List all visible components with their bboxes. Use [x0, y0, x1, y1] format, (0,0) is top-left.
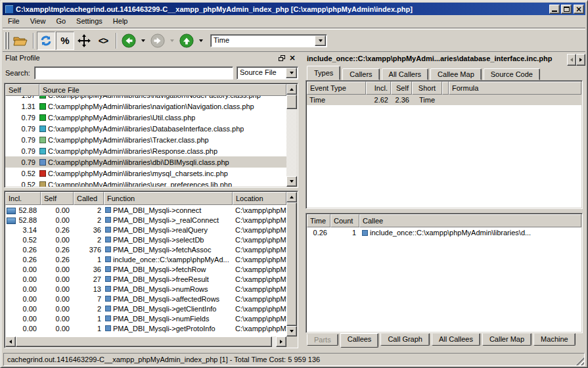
scroll-left-button[interactable]: [5, 336, 16, 347]
column-header-self[interactable]: Self: [41, 192, 74, 205]
file-row[interactable]: 0.79C:\xampp\phpMyAdmin\libraries\Respon…: [5, 145, 286, 156]
bottom-tab-all-callees[interactable]: All Callees: [432, 333, 480, 346]
file-row[interactable]: 0.79C:\xampp\phpMyAdmin\libraries\Databa…: [5, 123, 286, 134]
event-type-combobox[interactable]: Time: [210, 34, 327, 47]
bottom-tab-machine[interactable]: Machine: [533, 333, 576, 346]
open-file-button[interactable]: [11, 32, 30, 50]
function-row[interactable]: 0.000.0027PMA_DBI_Mysqli->freeResultC:\x…: [5, 274, 286, 284]
event-type-row[interactable]: Time2.622.36Time: [307, 95, 581, 105]
bottom-tab-caller-map[interactable]: Caller Map: [482, 333, 531, 346]
menu-item-file[interactable]: File: [3, 15, 25, 28]
column-header-callee[interactable]: Callee: [359, 214, 581, 227]
column-header-self[interactable]: Self: [391, 81, 412, 95]
column-header-source-file[interactable]: Source File: [39, 84, 286, 96]
tab-all-callers[interactable]: All Callers: [382, 68, 429, 80]
function-icon: [105, 207, 111, 213]
scroll-down-button[interactable]: [286, 176, 297, 187]
tab-scroll-right-button[interactable]: [576, 54, 585, 66]
callee-row[interactable]: 0.261include_once::C:\xampp\phpMyAdmin\l…: [307, 227, 581, 238]
column-header-spacer[interactable]: [442, 81, 449, 95]
column-header-location[interactable]: Location: [233, 192, 286, 205]
scroll-down-button[interactable]: [286, 326, 297, 336]
function-row[interactable]: 0.000.007PMA_DBI_Mysqli->affectedRowsC:\…: [5, 294, 286, 304]
column-header-self[interactable]: Self: [5, 84, 39, 96]
scroll-up-button[interactable]: [286, 192, 297, 202]
close-button[interactable]: ×: [574, 5, 584, 14]
scrollbar-thumb[interactable]: [286, 202, 297, 326]
reload-button[interactable]: [37, 32, 55, 50]
self-cost-cell: 0.00: [41, 285, 74, 293]
function-row[interactable]: 52.880.002PMA_DBI_Mysqli->connectC:\xamp…: [5, 205, 286, 215]
function-row[interactable]: 0.000.002PMA_DBI_Mysqli->getClientInfoC:…: [5, 304, 286, 313]
file-row[interactable]: 0.79C:\xampp\phpMyAdmin\libraries\Util.c…: [5, 112, 286, 123]
location-cell: C:\xampp\phpMy: [233, 216, 286, 224]
up-dropdown-button[interactable]: [196, 32, 205, 50]
title-bar[interactable]: C:\xampp\tmp\cachegrind.out.1416463299-C…: [3, 3, 585, 15]
tab-callee-map[interactable]: Callee Map: [430, 68, 482, 80]
column-header-count[interactable]: Count: [330, 214, 359, 227]
forward-dropdown-button[interactable]: [168, 32, 176, 50]
back-button[interactable]: [120, 32, 138, 50]
column-header-called[interactable]: Called: [74, 192, 104, 205]
toolbar-handle[interactable]: [5, 32, 9, 49]
tab-callers[interactable]: Callers: [342, 68, 379, 80]
file-row[interactable]: 1.37C:\xampp\phpMyAdmin\libraries\naviga…: [5, 96, 286, 101]
combo-dropdown-button[interactable]: [315, 35, 326, 46]
function-row[interactable]: 0.000.0013PMA_DBI_Mysqli->numRowsC:\xamp…: [5, 284, 286, 294]
column-header-short[interactable]: Short: [412, 81, 442, 95]
column-header-function[interactable]: Function: [104, 192, 233, 205]
column-header-time[interactable]: Time: [307, 214, 330, 227]
horizontal-scrollbar[interactable]: [5, 336, 286, 347]
function-row[interactable]: 0.000.001PMA_DBI_Mysqli->getProtoInfoC:\…: [5, 323, 286, 333]
file-row[interactable]: 1.31C:\xampp\phpMyAdmin\libraries\naviga…: [5, 101, 286, 112]
up-button[interactable]: [177, 32, 196, 50]
menu-item-settings[interactable]: Settings: [71, 15, 108, 28]
function-row[interactable]: 0.260.261include_once::C:\xampp\phpMyAd.…: [5, 254, 286, 264]
dock-close-button[interactable]: ×: [288, 54, 297, 62]
group-by-combobox[interactable]: Source File: [237, 66, 298, 80]
file-row[interactable]: 0.79C:\xampp\phpMyAdmin\libraries\dbi\DB…: [5, 156, 286, 168]
triangle-left-icon: [9, 340, 12, 344]
function-row[interactable]: 0.260.26376PMA_DBI_Mysqli->fetchAssocC:\…: [5, 244, 286, 254]
vertical-splitter[interactable]: [300, 53, 304, 351]
file-row[interactable]: 0.52C:\xampp\phpMyAdmin\libraries\user_p…: [5, 179, 286, 187]
function-row[interactable]: 52.880.002PMA_DBI_Mysqli->_realConnectC:…: [5, 215, 286, 225]
function-row[interactable]: 0.000.0036PMA_DBI_Mysqli->fetchRowC:\xam…: [5, 264, 286, 274]
column-header-formula[interactable]: Formula: [449, 81, 581, 95]
column-header-event-type[interactable]: Event Type: [307, 81, 366, 95]
combo-dropdown-button[interactable]: [286, 68, 297, 78]
tab-types[interactable]: Types: [307, 66, 340, 80]
tab-scroll-left-button[interactable]: [567, 54, 576, 66]
bottom-tab-call-graph[interactable]: Call Graph: [380, 333, 430, 346]
forward-button[interactable]: [148, 32, 167, 50]
column-header-incl[interactable]: Incl.: [366, 81, 391, 95]
cycle-detection-button[interactable]: [75, 32, 93, 50]
function-row[interactable]: 0.000.001PMA_DBI_Mysqli->numFieldsC:\xam…: [5, 313, 286, 323]
dock-float-button[interactable]: [277, 54, 286, 62]
back-dropdown-button[interactable]: [139, 32, 147, 50]
dock-header[interactable]: Flat Profile ×: [3, 53, 300, 63]
scroll-right-button[interactable]: [276, 336, 286, 347]
menu-item-help[interactable]: Help: [108, 15, 133, 28]
scroll-up-button[interactable]: [286, 84, 297, 95]
minimize-button[interactable]: [549, 5, 560, 14]
scrollbar-thumb[interactable]: [286, 95, 297, 109]
scrollbar-thumb[interactable]: [16, 336, 272, 347]
column-header-incl[interactable]: Incl.: [5, 192, 41, 205]
self-cost-cell: 0.00: [41, 305, 74, 313]
tab-source-code[interactable]: Source Code: [484, 68, 540, 80]
menu-item-go[interactable]: Go: [51, 15, 71, 28]
function-row[interactable]: 3.140.2636PMA_DBI_Mysqli->realQueryC:\xa…: [5, 225, 286, 235]
maximize-button[interactable]: [561, 5, 572, 14]
file-row[interactable]: 0.79C:\xampp\phpMyAdmin\libraries\Tracke…: [5, 134, 286, 145]
search-input[interactable]: [34, 66, 233, 80]
vertical-scrollbar[interactable]: [286, 84, 297, 187]
function-row[interactable]: 0.520.002PMA_DBI_Mysqli->selectDbC:\xamp…: [5, 235, 286, 244]
file-row[interactable]: 0.52C:\xampp\phpMyAdmin\libraries\mysql_…: [5, 168, 286, 179]
shorten-templates-button[interactable]: <>: [94, 32, 112, 50]
bottom-tab-callees[interactable]: Callees: [340, 333, 379, 348]
menu-item-view[interactable]: View: [25, 15, 51, 28]
relative-percent-button[interactable]: %: [56, 32, 74, 50]
vertical-scrollbar[interactable]: [286, 192, 297, 336]
triangle-down-icon: [290, 330, 294, 333]
